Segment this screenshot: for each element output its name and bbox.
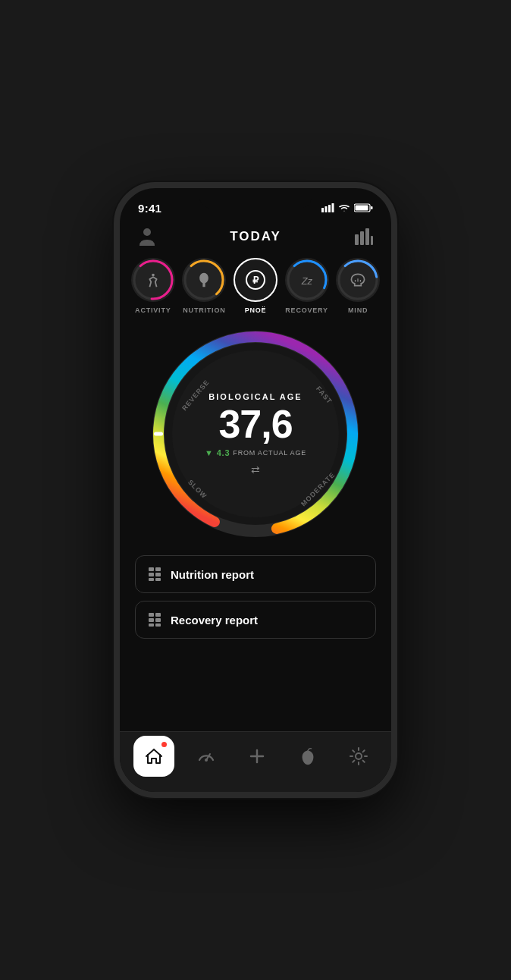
header: TODAY xyxy=(120,221,391,255)
svg-text:₽: ₽ xyxy=(252,275,259,286)
tab-pnoe[interactable]: ₽ PNOË xyxy=(234,258,277,314)
nav-settings[interactable] xyxy=(340,737,378,775)
gauge-nav-icon xyxy=(196,746,216,766)
svg-rect-8 xyxy=(355,234,359,245)
bio-age-value: 37,6 xyxy=(218,404,292,444)
nav-nutrition[interactable] xyxy=(289,737,327,775)
svg-rect-38 xyxy=(149,618,154,622)
svg-rect-5 xyxy=(371,206,373,209)
status-bar: 9:41 xyxy=(120,188,391,221)
status-icons xyxy=(321,203,373,212)
tab-nutrition-label: NUTRITION xyxy=(183,306,225,314)
svg-rect-36 xyxy=(149,613,154,617)
nav-home[interactable] xyxy=(133,736,174,777)
svg-rect-11 xyxy=(371,236,373,245)
svg-rect-40 xyxy=(149,623,154,627)
svg-point-7 xyxy=(143,228,151,236)
reports-section: Nutrition report Recovery report xyxy=(120,552,391,642)
chart-icon-button[interactable] xyxy=(352,225,376,249)
svg-rect-31 xyxy=(155,567,161,571)
svg-rect-33 xyxy=(155,573,161,576)
mind-arc xyxy=(336,258,380,302)
diff-arrow: ▼ xyxy=(205,448,214,457)
recovery-report-card[interactable]: Recovery report xyxy=(135,601,376,639)
gauge-wrapper: REVERSE FAST SLOW MODERATE BIOLOGICAL AG… xyxy=(149,328,362,540)
nutrition-report-label: Nutrition report xyxy=(171,568,254,581)
svg-rect-10 xyxy=(365,228,369,245)
nav-gauge[interactable] xyxy=(187,737,225,775)
tab-activity-label: ACTIVITY xyxy=(135,306,171,314)
svg-rect-9 xyxy=(360,231,364,245)
nutrition-arc xyxy=(182,258,226,302)
tab-mind-label: MIND xyxy=(348,306,368,314)
svg-rect-6 xyxy=(356,206,368,211)
recovery-report-label: Recovery report xyxy=(171,614,258,627)
pnoe-tab-icon: ₽ xyxy=(244,269,267,291)
gauge-container: REVERSE FAST SLOW MODERATE BIOLOGICAL AG… xyxy=(120,322,391,552)
wifi-icon xyxy=(338,203,350,212)
plus-icon xyxy=(247,746,267,766)
page-title: TODAY xyxy=(230,229,281,244)
svg-rect-2 xyxy=(328,205,331,212)
home-icon xyxy=(144,746,164,766)
user-icon xyxy=(138,226,156,247)
nav-plus[interactable] xyxy=(238,737,276,775)
activity-arc xyxy=(131,258,175,302)
bio-age-sub: ▼ 4.3 FROM ACTUAL AGE xyxy=(205,448,306,457)
svg-rect-41 xyxy=(155,623,161,627)
chart-icon xyxy=(355,228,373,245)
status-time: 9:41 xyxy=(138,202,161,215)
svg-point-46 xyxy=(356,753,362,759)
tab-activity[interactable]: ACTIVITY xyxy=(131,258,175,314)
home-notification-dot xyxy=(161,742,167,747)
grid-icon-recovery xyxy=(148,612,163,627)
bio-age-label: BIOLOGICAL AGE xyxy=(208,392,302,401)
tab-recovery[interactable]: Zz RECOVERY xyxy=(285,258,329,314)
bio-age-diff: 4.3 xyxy=(217,448,230,457)
swap-icon[interactable]: ⇄ xyxy=(251,463,260,476)
svg-rect-1 xyxy=(325,206,328,212)
diff-label: FROM ACTUAL AGE xyxy=(233,449,306,457)
battery-icon xyxy=(354,203,373,212)
bottom-nav xyxy=(120,731,391,792)
gauge-marker xyxy=(154,432,163,436)
svg-rect-35 xyxy=(155,578,161,581)
nutrition-report-icon xyxy=(148,567,163,582)
apple-nav-icon xyxy=(299,746,316,766)
svg-rect-3 xyxy=(332,203,334,212)
grid-icon-nutrition xyxy=(148,567,163,582)
tabs-row: ACTIVITY NUTRITION ₽ xyxy=(120,255,391,322)
tab-mind[interactable]: MIND xyxy=(336,258,380,314)
svg-rect-30 xyxy=(149,567,154,571)
recovery-arc xyxy=(285,258,329,302)
gear-icon xyxy=(349,746,368,766)
recovery-report-icon xyxy=(148,612,163,627)
svg-rect-32 xyxy=(149,573,154,576)
svg-rect-0 xyxy=(321,208,324,212)
svg-rect-37 xyxy=(155,613,161,617)
svg-rect-39 xyxy=(155,618,161,622)
user-icon-button[interactable] xyxy=(135,225,159,249)
signal-icon xyxy=(321,203,334,212)
tab-pnoe-label: PNOË xyxy=(245,306,267,314)
phone-frame: 9:41 xyxy=(114,182,397,798)
svg-rect-34 xyxy=(149,578,154,581)
tab-recovery-label: RECOVERY xyxy=(285,306,328,314)
tab-nutrition[interactable]: NUTRITION xyxy=(182,258,226,314)
nutrition-report-card[interactable]: Nutrition report xyxy=(135,555,376,593)
